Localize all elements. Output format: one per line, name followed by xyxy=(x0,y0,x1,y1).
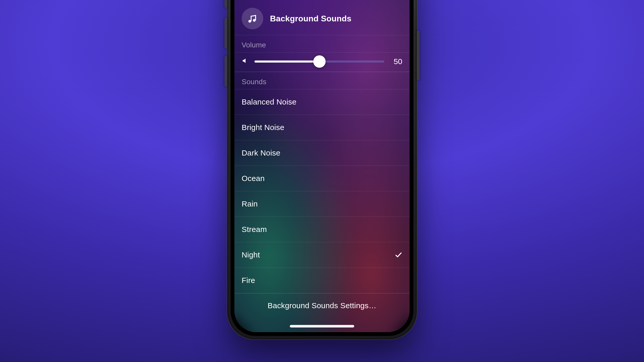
sound-option-stream[interactable]: Stream xyxy=(234,217,410,242)
sound-option-rain[interactable]: Rain xyxy=(234,191,410,217)
volume-up-button[interactable] xyxy=(225,18,227,48)
mute-switch[interactable] xyxy=(225,0,227,8)
music-notes-icon xyxy=(242,8,263,29)
sound-option-label: Ocean xyxy=(242,174,265,183)
power-button[interactable] xyxy=(417,31,419,80)
sound-option-bright-noise[interactable]: Bright Noise xyxy=(234,115,410,140)
sound-option-label: Balanced Noise xyxy=(242,98,296,106)
sound-option-night[interactable]: Night xyxy=(234,242,410,268)
sound-option-label: Rain xyxy=(242,200,258,208)
volume-value: 50 xyxy=(391,57,402,66)
home-indicator[interactable] xyxy=(290,325,354,327)
screen: Background Sounds Volume xyxy=(234,0,410,332)
panel-header: Background Sounds xyxy=(234,0,410,35)
volume-row: 50 xyxy=(234,52,410,72)
volume-slider[interactable] xyxy=(255,61,384,63)
sound-option-dark-noise[interactable]: Dark Noise xyxy=(234,140,410,166)
volume-thumb[interactable] xyxy=(313,55,326,68)
phone-chassis: Background Sounds Volume xyxy=(227,0,417,340)
background-sounds-panel: Background Sounds Volume xyxy=(234,0,410,332)
volume-down-button[interactable] xyxy=(225,56,227,87)
sound-option-ocean[interactable]: Ocean xyxy=(234,166,410,191)
sound-option-label: Fire xyxy=(242,276,255,285)
sound-option-balanced-noise[interactable]: Balanced Noise xyxy=(234,89,410,115)
sound-option-fire[interactable]: Fire xyxy=(234,268,410,293)
checkmark-icon xyxy=(395,251,402,259)
sound-option-label: Bright Noise xyxy=(242,123,284,132)
speaker-icon xyxy=(242,57,248,66)
sounds-list: Balanced NoiseBright NoiseDark NoiseOcea… xyxy=(234,89,410,293)
sound-option-label: Night xyxy=(242,251,260,259)
sound-option-label: Stream xyxy=(242,225,267,234)
sound-option-label: Dark Noise xyxy=(242,149,280,157)
sounds-section-label: Sounds xyxy=(234,72,410,89)
volume-section-label: Volume xyxy=(234,35,410,52)
background-sounds-settings-button[interactable]: Background Sounds Settings… xyxy=(234,293,410,320)
panel-title: Background Sounds xyxy=(270,14,351,23)
